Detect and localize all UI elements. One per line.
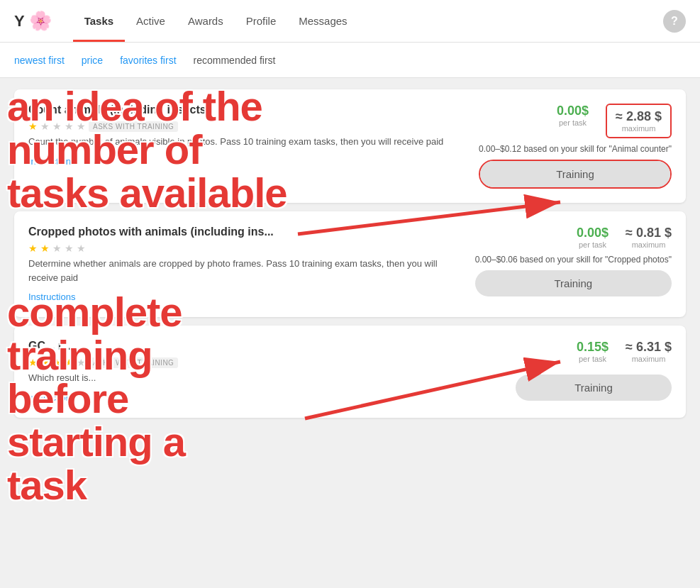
max-price-block-3: ≈ 6.31 $ maximum [626, 340, 672, 363]
training-button-1[interactable]: Training [480, 161, 670, 187]
task-list: an idea of thenumber oftasks available c… [0, 78, 700, 429]
task-desc-1: Count the number of animals visible in p… [28, 135, 465, 149]
star-3-2: ★ [40, 357, 50, 368]
per-task-label-3: per task [577, 355, 609, 363]
sort-favorites[interactable]: favorites first [120, 55, 176, 66]
per-task-block-1: 0.00$ per task [557, 104, 589, 138]
price-row-2: 0.00$ per task ≈ 0.81 $ maximum [577, 226, 672, 249]
max-price-block-2: ≈ 0.81 $ maximum [626, 226, 672, 249]
training-button-3[interactable]: Training [516, 375, 672, 401]
task-link-1[interactable]: Instructions [28, 156, 75, 167]
per-task-block-3: 0.15$ per task [577, 340, 609, 363]
skill-info-2: 0.00–$0.06 based on your skill for "Crop… [475, 255, 672, 265]
help-button[interactable]: ? [663, 10, 686, 33]
logo-flower: 🌸 [29, 10, 52, 32]
per-task-value-1: 0.00$ [557, 104, 589, 118]
nav-messages[interactable]: Messages [287, 0, 358, 42]
task-card-1: Count animals (including insects) ★ ★ ★ … [14, 89, 686, 203]
price-row-3: 0.15$ per task ≈ 6.31 $ maximum [577, 340, 672, 363]
main-nav: Tasks Active Awards Profile Messages [73, 0, 663, 42]
nav-active[interactable]: Active [125, 0, 177, 42]
logo: Y 🌸 [14, 10, 52, 32]
task-title-1: Count animals (including insects) [28, 104, 465, 116]
task-desc-2: Determine whether animals are cropped by… [28, 257, 461, 284]
task-info-2: Cropped photos with animals (including i… [28, 226, 461, 303]
task-info-1: Count animals (including insects) ★ ★ ★ … [28, 104, 465, 189]
per-task-value-3: 0.15$ [577, 340, 609, 355]
per-task-label-2: per task [577, 240, 609, 249]
task-title-3: GC... r... [28, 340, 501, 353]
star-1-3: ★ [52, 121, 62, 132]
training-btn-box-1: Training [479, 160, 672, 189]
max-price-label-1: maximum [616, 124, 662, 133]
task-desc-3: Which result is... [28, 371, 501, 385]
task-card-3: GC... r... ★ ★ ★ ★ ★ ASKS WITH TRAINING … [14, 326, 686, 418]
max-price-label-3: maximum [626, 355, 672, 363]
task-pricing-3: 0.15$ per task ≈ 6.31 $ maximum Training [516, 340, 672, 404]
sort-bar: newest first price favorites first recom… [0, 43, 700, 78]
per-task-value-2: 0.00$ [577, 226, 609, 240]
sort-newest[interactable]: newest first [14, 55, 65, 66]
task-badge-3: ASKS WITH TRAINING [89, 357, 178, 368]
star-3-4: ★ [65, 357, 74, 368]
star-3-1: ★ [28, 357, 38, 368]
nav-profile[interactable]: Profile [235, 0, 288, 42]
header: Y 🌸 Tasks Active Awards Profile Messages… [0, 0, 700, 43]
task-pricing-2: 0.00$ per task ≈ 0.81 $ maximum 0.00–$0.… [475, 226, 672, 303]
task-badge-1: ASKS WITH TRAINING [89, 121, 178, 132]
max-price-value-2: ≈ 0.81 $ [626, 226, 672, 240]
star-1-5: ★ [77, 121, 86, 132]
star-2-5: ★ [77, 243, 86, 254]
task-stars-2: ★ ★ ★ ★ ★ [28, 243, 461, 254]
price-row-1: 0.00$ per task ≈ 2.88 $ maximum [557, 104, 672, 138]
task-pricing-1: 0.00$ per task ≈ 2.88 $ maximum 0.00–$0.… [479, 104, 672, 189]
nav-awards[interactable]: Awards [177, 0, 235, 42]
sort-price[interactable]: price [82, 55, 103, 66]
task-stars-3: ★ ★ ★ ★ ★ ASKS WITH TRAINING [28, 357, 501, 368]
training-button-2[interactable]: Training [475, 270, 672, 296]
star-2-3: ★ [52, 243, 62, 254]
star-3-5: ★ [77, 357, 86, 368]
star-2-2: ★ [40, 243, 50, 254]
max-price-label-2: maximum [626, 240, 672, 249]
sort-recommended[interactable]: recommended first [194, 55, 276, 66]
task-info-3: GC... r... ★ ★ ★ ★ ★ ASKS WITH TRAINING … [28, 340, 501, 404]
nav-tasks[interactable]: Tasks [73, 0, 125, 42]
star-1-1: ★ [28, 121, 38, 132]
task-card-2: Cropped photos with animals (including i… [14, 211, 686, 317]
per-task-block-2: 0.00$ per task [577, 226, 609, 249]
star-1-4: ★ [65, 121, 74, 132]
task-title-2: Cropped photos with animals (including i… [28, 226, 461, 238]
star-2-1: ★ [28, 243, 38, 254]
star-2-4: ★ [65, 243, 74, 254]
task-link-2[interactable]: Instructions [28, 292, 75, 302]
task-link-3[interactable]: Instructions [28, 392, 75, 403]
max-price-block-1: ≈ 2.88 $ maximum [606, 104, 672, 138]
star-1-2: ★ [40, 121, 50, 132]
logo-y: Y [14, 12, 25, 30]
max-price-value-3: ≈ 6.31 $ [626, 340, 672, 355]
skill-info-1: 0.00–$0.12 based on your skill for "Anim… [479, 144, 672, 154]
task-stars-1: ★ ★ ★ ★ ★ ASKS WITH TRAINING [28, 121, 465, 132]
max-price-value-1: ≈ 2.88 $ [616, 109, 662, 124]
per-task-label-1: per task [557, 118, 589, 127]
star-3-3: ★ [52, 357, 62, 368]
